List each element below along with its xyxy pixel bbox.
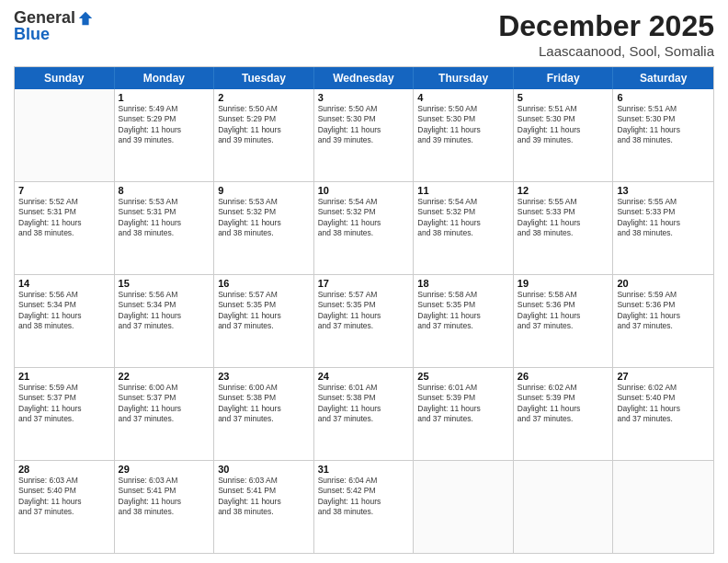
month-title: December 2025 bbox=[498, 9, 714, 43]
calendar-cell: 1Sunrise: 5:49 AM Sunset: 5:29 PM Daylig… bbox=[115, 89, 215, 181]
cell-info: Sunrise: 5:58 AM Sunset: 5:36 PM Dayligh… bbox=[518, 290, 609, 332]
day-number: 9 bbox=[218, 185, 310, 196]
calendar-cell: 16Sunrise: 5:57 AM Sunset: 5:35 PM Dayli… bbox=[214, 275, 314, 367]
cell-info: Sunrise: 5:55 AM Sunset: 5:33 PM Dayligh… bbox=[518, 197, 609, 239]
logo-blue-text: Blue bbox=[14, 26, 94, 44]
calendar-cell: 14Sunrise: 5:56 AM Sunset: 5:34 PM Dayli… bbox=[15, 275, 115, 367]
cell-info: Sunrise: 6:02 AM Sunset: 5:39 PM Dayligh… bbox=[518, 383, 609, 425]
page: General Blue December 2025 Laascaanood, … bbox=[0, 0, 728, 563]
calendar-cell: 7Sunrise: 5:52 AM Sunset: 5:31 PM Daylig… bbox=[15, 182, 115, 274]
calendar-cell: 23Sunrise: 6:00 AM Sunset: 5:38 PM Dayli… bbox=[214, 368, 314, 460]
calendar-cell: 26Sunrise: 6:02 AM Sunset: 5:39 PM Dayli… bbox=[514, 368, 614, 460]
calendar-cell: 5Sunrise: 5:51 AM Sunset: 5:30 PM Daylig… bbox=[514, 89, 614, 181]
cell-info: Sunrise: 6:01 AM Sunset: 5:38 PM Dayligh… bbox=[318, 383, 410, 425]
day-number: 19 bbox=[518, 278, 609, 289]
calendar-cell: 15Sunrise: 5:56 AM Sunset: 5:34 PM Dayli… bbox=[115, 275, 215, 367]
cell-info: Sunrise: 6:00 AM Sunset: 5:37 PM Dayligh… bbox=[119, 383, 210, 425]
title-block: December 2025 Laascaanood, Sool, Somalia bbox=[498, 9, 714, 59]
calendar-week-1: 1Sunrise: 5:49 AM Sunset: 5:29 PM Daylig… bbox=[15, 89, 713, 182]
day-number: 14 bbox=[18, 278, 110, 289]
day-number: 30 bbox=[218, 464, 310, 475]
day-number: 28 bbox=[18, 464, 110, 475]
calendar-cell: 3Sunrise: 5:50 AM Sunset: 5:30 PM Daylig… bbox=[314, 89, 415, 181]
calendar-cell: 29Sunrise: 6:03 AM Sunset: 5:41 PM Dayli… bbox=[115, 461, 215, 553]
cell-info: Sunrise: 6:01 AM Sunset: 5:39 PM Dayligh… bbox=[417, 383, 509, 425]
day-number: 7 bbox=[18, 185, 110, 196]
cell-info: Sunrise: 5:53 AM Sunset: 5:31 PM Dayligh… bbox=[119, 197, 210, 239]
day-number: 1 bbox=[119, 92, 210, 103]
svg-marker-0 bbox=[79, 12, 92, 25]
day-number: 27 bbox=[617, 371, 710, 382]
cell-info: Sunrise: 5:50 AM Sunset: 5:30 PM Dayligh… bbox=[417, 104, 509, 146]
cell-info: Sunrise: 5:55 AM Sunset: 5:33 PM Dayligh… bbox=[617, 197, 710, 239]
calendar-week-5: 28Sunrise: 6:03 AM Sunset: 5:40 PM Dayli… bbox=[15, 461, 713, 553]
cell-info: Sunrise: 5:58 AM Sunset: 5:35 PM Dayligh… bbox=[417, 290, 509, 332]
day-number: 31 bbox=[318, 464, 410, 475]
calendar-cell bbox=[514, 461, 614, 553]
header-day-tuesday: Tuesday bbox=[214, 67, 314, 89]
calendar-week-4: 21Sunrise: 5:59 AM Sunset: 5:37 PM Dayli… bbox=[15, 368, 713, 461]
day-number: 4 bbox=[417, 92, 509, 103]
day-number: 5 bbox=[518, 92, 609, 103]
day-number: 6 bbox=[617, 92, 710, 103]
calendar-cell: 20Sunrise: 5:59 AM Sunset: 5:36 PM Dayli… bbox=[613, 275, 713, 367]
header-day-wednesday: Wednesday bbox=[314, 67, 415, 89]
calendar-header: SundayMondayTuesdayWednesdayThursdayFrid… bbox=[15, 67, 713, 89]
calendar-cell: 13Sunrise: 5:55 AM Sunset: 5:33 PM Dayli… bbox=[613, 182, 713, 274]
day-number: 24 bbox=[318, 371, 410, 382]
calendar-cell: 4Sunrise: 5:50 AM Sunset: 5:30 PM Daylig… bbox=[414, 89, 514, 181]
calendar-cell: 21Sunrise: 5:59 AM Sunset: 5:37 PM Dayli… bbox=[15, 368, 115, 460]
calendar-cell: 31Sunrise: 6:04 AM Sunset: 5:42 PM Dayli… bbox=[314, 461, 415, 553]
day-number: 3 bbox=[318, 92, 410, 103]
calendar-cell: 28Sunrise: 6:03 AM Sunset: 5:40 PM Dayli… bbox=[15, 461, 115, 553]
calendar-cell: 30Sunrise: 6:03 AM Sunset: 5:41 PM Dayli… bbox=[214, 461, 314, 553]
header-day-sunday: Sunday bbox=[15, 67, 115, 89]
cell-info: Sunrise: 5:51 AM Sunset: 5:30 PM Dayligh… bbox=[617, 104, 710, 146]
logo: General Blue bbox=[14, 9, 94, 44]
day-number: 10 bbox=[318, 185, 410, 196]
cell-info: Sunrise: 5:51 AM Sunset: 5:30 PM Dayligh… bbox=[518, 104, 609, 146]
day-number: 16 bbox=[218, 278, 310, 289]
day-number: 18 bbox=[417, 278, 509, 289]
cell-info: Sunrise: 6:02 AM Sunset: 5:40 PM Dayligh… bbox=[617, 383, 710, 425]
cell-info: Sunrise: 5:50 AM Sunset: 5:30 PM Dayligh… bbox=[318, 104, 410, 146]
cell-info: Sunrise: 5:54 AM Sunset: 5:32 PM Dayligh… bbox=[318, 197, 410, 239]
calendar-cell bbox=[15, 89, 115, 181]
calendar-week-3: 14Sunrise: 5:56 AM Sunset: 5:34 PM Dayli… bbox=[15, 275, 713, 368]
calendar-cell: 2Sunrise: 5:50 AM Sunset: 5:29 PM Daylig… bbox=[214, 89, 314, 181]
cell-info: Sunrise: 5:56 AM Sunset: 5:34 PM Dayligh… bbox=[18, 290, 110, 332]
calendar-week-2: 7Sunrise: 5:52 AM Sunset: 5:31 PM Daylig… bbox=[15, 182, 713, 275]
day-number: 21 bbox=[18, 371, 110, 382]
day-number: 2 bbox=[218, 92, 310, 103]
header-day-saturday: Saturday bbox=[613, 67, 713, 89]
calendar-cell: 6Sunrise: 5:51 AM Sunset: 5:30 PM Daylig… bbox=[613, 89, 713, 181]
cell-info: Sunrise: 5:59 AM Sunset: 5:37 PM Dayligh… bbox=[18, 383, 110, 425]
header: General Blue December 2025 Laascaanood, … bbox=[14, 9, 714, 59]
day-number: 29 bbox=[119, 464, 210, 475]
calendar: SundayMondayTuesdayWednesdayThursdayFrid… bbox=[14, 66, 714, 554]
cell-info: Sunrise: 5:57 AM Sunset: 5:35 PM Dayligh… bbox=[218, 290, 310, 332]
cell-info: Sunrise: 5:49 AM Sunset: 5:29 PM Dayligh… bbox=[119, 104, 210, 146]
day-number: 11 bbox=[417, 185, 509, 196]
day-number: 25 bbox=[417, 371, 509, 382]
cell-info: Sunrise: 6:03 AM Sunset: 5:41 PM Dayligh… bbox=[218, 476, 310, 518]
calendar-cell: 8Sunrise: 5:53 AM Sunset: 5:31 PM Daylig… bbox=[115, 182, 215, 274]
header-day-thursday: Thursday bbox=[414, 67, 514, 89]
day-number: 23 bbox=[218, 371, 310, 382]
calendar-cell: 12Sunrise: 5:55 AM Sunset: 5:33 PM Dayli… bbox=[514, 182, 614, 274]
calendar-cell bbox=[414, 461, 514, 553]
logo-icon bbox=[77, 10, 94, 27]
cell-info: Sunrise: 5:54 AM Sunset: 5:32 PM Dayligh… bbox=[417, 197, 509, 239]
calendar-cell: 24Sunrise: 6:01 AM Sunset: 5:38 PM Dayli… bbox=[314, 368, 415, 460]
cell-info: Sunrise: 5:56 AM Sunset: 5:34 PM Dayligh… bbox=[119, 290, 210, 332]
cell-info: Sunrise: 6:03 AM Sunset: 5:40 PM Dayligh… bbox=[18, 476, 110, 518]
calendar-cell: 22Sunrise: 6:00 AM Sunset: 5:37 PM Dayli… bbox=[115, 368, 215, 460]
calendar-cell: 18Sunrise: 5:58 AM Sunset: 5:35 PM Dayli… bbox=[414, 275, 514, 367]
day-number: 20 bbox=[617, 278, 710, 289]
day-number: 8 bbox=[119, 185, 210, 196]
day-number: 15 bbox=[119, 278, 210, 289]
calendar-cell: 27Sunrise: 6:02 AM Sunset: 5:40 PM Dayli… bbox=[613, 368, 713, 460]
calendar-cell: 11Sunrise: 5:54 AM Sunset: 5:32 PM Dayli… bbox=[414, 182, 514, 274]
calendar-cell: 19Sunrise: 5:58 AM Sunset: 5:36 PM Dayli… bbox=[514, 275, 614, 367]
cell-info: Sunrise: 5:59 AM Sunset: 5:36 PM Dayligh… bbox=[617, 290, 710, 332]
